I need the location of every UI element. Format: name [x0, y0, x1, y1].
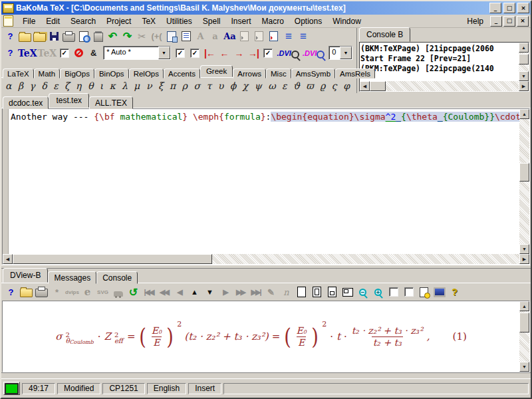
menu-edit[interactable]: Edit: [41, 16, 65, 27]
tab-all-tex[interactable]: ALL.TEX: [89, 96, 133, 109]
display-setup-icon[interactable]: [432, 285, 446, 299]
first-page-icon[interactable]: |◀◀: [142, 285, 156, 299]
goto-page-icon[interactable]: n: [279, 285, 293, 299]
cut-icon[interactable]: ✂: [135, 29, 149, 44]
scroll-down-button[interactable]: ▼: [519, 244, 529, 254]
dropdown-arrow-icon[interactable]: ▼: [158, 47, 170, 59]
greek-letter-5[interactable]: ε: [53, 80, 58, 91]
scrollbar-thumb[interactable]: [519, 163, 529, 182]
justify-lines-icon[interactable]: ≡: [281, 29, 295, 44]
export-web-icon[interactable]: e: [80, 285, 94, 299]
menu-macro[interactable]: Macro: [256, 16, 289, 27]
scroll-down-icon[interactable]: ▼: [203, 285, 217, 299]
scroll-up-button[interactable]: ▲: [519, 301, 529, 311]
print-icon[interactable]: [62, 29, 76, 44]
next-10-pages-icon[interactable]: ▶▶: [233, 285, 247, 299]
greek-letter-4[interactable]: δ: [41, 80, 47, 91]
app-icon[interactable]: [3, 3, 14, 13]
greek-letter-9[interactable]: ι: [100, 80, 104, 91]
dvi-search-icon[interactable]: .DVI: [303, 49, 322, 57]
tab-accents[interactable]: Accents: [164, 68, 200, 78]
tab-math[interactable]: Math: [34, 68, 61, 78]
page-view-1-icon[interactable]: [295, 285, 309, 299]
menu-help[interactable]: Help: [462, 16, 489, 27]
lowercase-icon[interactable]: a: [208, 29, 222, 44]
view-option-1-checkbox[interactable]: [386, 285, 400, 299]
menu-insert[interactable]: Insert: [225, 16, 256, 27]
tab-latex[interactable]: LaTeX: [3, 68, 34, 78]
uppercase-icon[interactable]: A: [194, 29, 207, 44]
tab-dview-b[interactable]: DView-B: [3, 268, 48, 283]
tab-misc[interactable]: Misc: [266, 68, 291, 78]
menu-window[interactable]: Window: [327, 16, 366, 27]
greek-letter-10[interactable]: κ: [110, 80, 116, 91]
last-error-icon[interactable]: →|: [247, 46, 261, 61]
last-page-icon[interactable]: ▶▶|: [249, 285, 263, 299]
scroll-right-button[interactable]: ▶: [519, 81, 529, 91]
option-b-checkbox[interactable]: ✓: [188, 46, 202, 61]
page-view-3-icon[interactable]: [325, 285, 339, 299]
open-dvi-icon[interactable]: [19, 285, 33, 299]
scroll-down-button[interactable]: ▼: [519, 71, 529, 81]
scrollbar-thumb[interactable]: [13, 254, 212, 264]
greek-letter-23[interactable]: ω: [268, 80, 275, 91]
auto-compile-checkbox[interactable]: ✓: [57, 46, 71, 61]
editor-vertical-scrollbar[interactable]: ▲ ▼: [519, 109, 529, 254]
greek-letter-21[interactable]: χ: [243, 80, 248, 91]
zoom-out-icon[interactable]: −: [356, 285, 370, 299]
next-error-icon[interactable]: →: [232, 46, 246, 61]
greek-letter-3[interactable]: γ: [30, 80, 35, 91]
undo-icon[interactable]: ↶: [106, 29, 120, 44]
dvi-view-icon[interactable]: .DVI: [277, 49, 297, 57]
greek-letter-1[interactable]: α: [5, 80, 11, 91]
prev-page-icon[interactable]: ◀: [172, 285, 186, 299]
merge-icon[interactable]: (+(: [150, 29, 164, 44]
option-c-checkbox[interactable]: ✓: [261, 46, 275, 61]
greek-letter-2[interactable]: β: [18, 80, 23, 91]
editor-horizontal-scrollbar[interactable]: ◀ ▶: [3, 254, 529, 264]
menu-file[interactable]: File: [17, 16, 41, 27]
scroll-right-button[interactable]: ▶: [519, 254, 529, 264]
next-page-icon[interactable]: ▶: [218, 285, 232, 299]
paste-icon[interactable]: [164, 29, 178, 44]
greek-letter-25[interactable]: ϑ: [293, 80, 300, 91]
scroll-up-button[interactable]: ▲: [519, 109, 529, 119]
greek-letter-19[interactable]: υ: [218, 80, 224, 91]
greek-letter-6[interactable]: ζ: [65, 80, 70, 91]
dvips-icon[interactable]: dvips: [65, 285, 79, 299]
option-a-checkbox[interactable]: ✓: [174, 46, 188, 61]
help-icon[interactable]: ?: [3, 46, 17, 61]
console-vertical-scrollbar[interactable]: ▲ ▼: [519, 43, 529, 81]
prev-10-pages-icon[interactable]: ◀◀: [157, 285, 171, 299]
format-mode-select[interactable]: * Auto * ▼: [103, 46, 170, 60]
menu-project[interactable]: Project: [101, 16, 136, 27]
greek-letter-22[interactable]: ψ: [255, 80, 262, 91]
tab-bigops[interactable]: BigOps: [60, 68, 94, 78]
zoom-in-icon[interactable]: +: [371, 285, 385, 299]
greek-letter-20[interactable]: ϕ: [230, 80, 237, 91]
greek-letter-8[interactable]: θ: [88, 80, 93, 91]
menu-spell[interactable]: Spell: [198, 16, 226, 27]
indent-para-icon[interactable]: [237, 29, 251, 44]
menu-tex[interactable]: TeX: [136, 16, 161, 27]
mdi-minimize-button[interactable]: _: [490, 16, 502, 27]
batch-print-icon[interactable]: [111, 285, 125, 299]
tab-messages[interactable]: Messages: [48, 271, 96, 284]
table-mode-icon[interactable]: &: [86, 46, 100, 61]
menu-utilities[interactable]: Utilities: [161, 16, 198, 27]
greek-letter-14[interactable]: ξ: [158, 80, 164, 91]
delete-icon[interactable]: [91, 29, 105, 44]
source-editor[interactable]: Another way --- {\bf mathematical} \emph…: [2, 108, 530, 265]
greek-letter-15[interactable]: π: [170, 80, 176, 91]
tab-test-tex[interactable]: test.tex: [49, 93, 89, 108]
scroll-left-button[interactable]: ◀: [360, 81, 370, 91]
prev-error-icon[interactable]: ←: [217, 46, 231, 61]
scroll-up-icon[interactable]: ▲: [188, 285, 201, 299]
tab-amsrels[interactable]: AmsRels: [335, 68, 375, 78]
greek-letter-24[interactable]: ε: [282, 80, 287, 91]
justify-para-icon[interactable]: ≡: [296, 29, 310, 44]
greek-letter-17[interactable]: σ: [194, 80, 200, 91]
greek-letter-29[interactable]: φ: [343, 80, 350, 91]
find-in-files-icon[interactable]: [76, 29, 90, 44]
insert-file-icon[interactable]: [267, 29, 281, 44]
